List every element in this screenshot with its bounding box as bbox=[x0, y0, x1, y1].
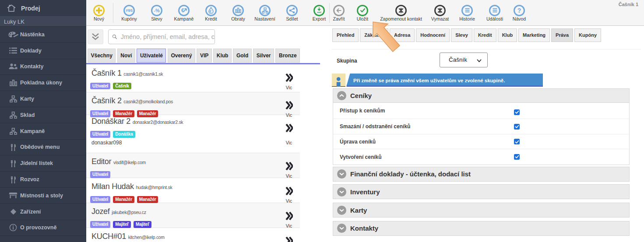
svg-text:Při změně se práva změní všem: Při změně se práva změní všem uživatelům… bbox=[353, 78, 505, 83]
svg-text:€: € bbox=[210, 9, 212, 14]
svg-text:xml: xml bbox=[317, 11, 321, 14]
svg-text:€: € bbox=[181, 7, 184, 14]
